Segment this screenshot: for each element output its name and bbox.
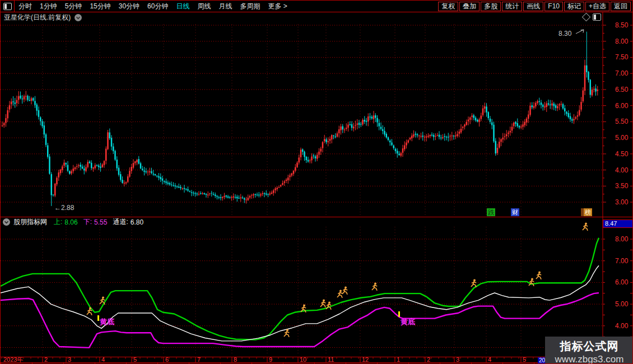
tab-period-1[interactable]: 分时	[15, 2, 36, 11]
diamond-marker-icon[interactable]	[582, 13, 591, 22]
svg-text:5.00: 5.00	[615, 300, 629, 308]
svg-text:5.00: 5.00	[615, 134, 629, 142]
tab-period-4[interactable]: 15分钟	[86, 2, 114, 11]
svg-text:6.50: 6.50	[615, 86, 629, 94]
indicator-channel-value: 6.80	[131, 218, 143, 226]
svg-text:4.00: 4.00	[615, 322, 629, 330]
svg-text:7.00: 7.00	[615, 257, 629, 265]
runner-buy-icon	[583, 223, 587, 231]
candles-up-bodies	[2, 66, 598, 200]
svg-text:4.50: 4.50	[615, 150, 629, 158]
toolbar-button-叠加[interactable]: 叠加	[459, 2, 480, 11]
runner-buy-icon	[284, 329, 288, 337]
tab-period-10[interactable]: 多周期	[236, 2, 264, 11]
menu-bar: 分时1分钟5分钟15分钟30分钟60分钟日线周线月线多周期更多 > 复权叠加多股…	[1, 1, 632, 12]
toolbar-button-统计[interactable]: 统计	[502, 2, 522, 11]
runner-buy-icon	[87, 307, 91, 315]
watermark-url: www.zbgs3.com	[545, 354, 633, 364]
svg-text:跌: 跌	[488, 209, 495, 216]
svg-text:8: 8	[234, 356, 237, 363]
toolbar-button-多股[interactable]: 多股	[481, 2, 501, 11]
last-price-badge: 8.47	[603, 220, 633, 228]
runner-buy-icon	[471, 279, 476, 287]
svg-text:5: 5	[523, 356, 526, 363]
runner-buy-icon	[100, 297, 104, 305]
lower-band-line	[1, 293, 599, 348]
toolbar-button-标记[interactable]: 标记	[564, 2, 584, 11]
title-bar: 亚星化学(日线.前复权)	[1, 12, 602, 23]
svg-text:←2.88: ←2.88	[54, 204, 75, 212]
news-badge	[581, 208, 584, 216]
window-split-icon[interactable]	[593, 13, 601, 21]
buy-marker-bar	[97, 315, 99, 321]
indicator-header: 股朋指标网 上: 8.06 下: 5.55 通道: 6.80	[1, 218, 146, 226]
svg-text:5: 5	[133, 356, 137, 363]
toolbar-button-+自选[interactable]: +自选	[585, 2, 609, 11]
svg-text:财: 财	[512, 209, 518, 216]
svg-text:2: 2	[427, 356, 430, 363]
title-dropdown-icon[interactable]	[74, 13, 82, 22]
indicator-channel-label: 通道:	[113, 217, 128, 227]
svg-text:2: 2	[44, 356, 48, 363]
tab-period-3[interactable]: 5分钟	[61, 2, 86, 11]
indicator-down-value: 5.55	[94, 218, 107, 226]
panel-layout-button[interactable]	[1, 1, 15, 12]
svg-text:4: 4	[101, 356, 105, 363]
chart-canvas: ←2.888.30跌财榜8.508.007.507.006.506.005.50…	[1, 1, 633, 364]
runner-buy-icon	[372, 283, 376, 291]
svg-text:3.50: 3.50	[615, 182, 629, 190]
tab-period-7[interactable]: 日线	[172, 2, 193, 11]
toolbar-button-复权[interactable]: 复权	[438, 2, 458, 11]
runner-buy-icon	[342, 287, 347, 295]
candles-up-wicks	[2, 60, 598, 204]
tab-period-11[interactable]: 更多 >	[264, 2, 291, 11]
svg-text:4.00: 4.00	[615, 166, 629, 174]
toolbar-buttons: 复权叠加多股统计画线F10标记+自选返回	[437, 2, 631, 11]
runner-buy-icon	[536, 272, 541, 279]
toolbar-button-画线[interactable]: 画线	[523, 2, 543, 11]
svg-text:8.00: 8.00	[615, 235, 629, 243]
runner-buy-icon	[337, 290, 342, 298]
svg-text:黄底: 黄底	[400, 318, 415, 326]
candles-down-wicks	[13, 32, 596, 206]
svg-text:8.00: 8.00	[615, 38, 629, 45]
toolbar-button-F10[interactable]: F10	[544, 2, 563, 11]
period-tabs: 分时1分钟5分钟15分钟30分钟60分钟日线周线月线多周期更多 >	[15, 2, 291, 11]
channel-mid-line	[1, 265, 599, 341]
svg-text:黄底: 黄底	[99, 318, 114, 326]
runner-buy-icon	[326, 302, 331, 310]
svg-text:3: 3	[68, 356, 71, 363]
svg-text:8.50: 8.50	[615, 21, 629, 29]
tab-period-9[interactable]: 月线	[215, 2, 236, 11]
indicator-up-value: 8.06	[64, 218, 77, 226]
indicator-up-label: 上:	[54, 217, 62, 227]
svg-text:10: 10	[300, 356, 306, 363]
svg-text:7: 7	[197, 356, 201, 363]
svg-text:3: 3	[456, 356, 459, 363]
svg-text:4: 4	[488, 356, 491, 363]
svg-text:3.00: 3.00	[615, 198, 629, 206]
toolbar-button-返回[interactable]: 返回	[611, 2, 631, 11]
svg-text:11: 11	[328, 356, 334, 363]
tab-period-6[interactable]: 60分钟	[143, 2, 172, 11]
indicator-collapse-icon[interactable]	[2, 218, 11, 226]
svg-text:2023年: 2023年	[3, 356, 23, 363]
svg-text:7.50: 7.50	[615, 53, 629, 61]
svg-text:9: 9	[269, 356, 272, 363]
svg-text:1: 1	[397, 356, 400, 363]
tab-period-8[interactable]: 周线	[193, 2, 215, 11]
svg-text:7.00: 7.00	[615, 69, 629, 77]
indicator-name[interactable]: 股朋指标网	[13, 217, 47, 227]
svg-text:12: 12	[362, 356, 369, 363]
stock-title: 亚星化学(日线.前复权)	[4, 13, 71, 22]
tab-period-5[interactable]: 30分钟	[115, 2, 143, 11]
tab-period-2[interactable]: 1分钟	[36, 2, 61, 11]
svg-text:8.30: 8.30	[558, 30, 572, 38]
watermark: 指标公式网 www.zbgs3.com	[545, 337, 633, 364]
svg-text:榜: 榜	[585, 209, 591, 216]
upper-band-line	[1, 238, 599, 340]
buy-marker-bar	[398, 311, 400, 317]
stock-app-window: ←2.888.30跌财榜8.508.007.507.006.506.005.50…	[0, 0, 633, 364]
watermark-title: 指标公式网	[545, 339, 633, 354]
panel-layout-icon	[3, 3, 12, 10]
